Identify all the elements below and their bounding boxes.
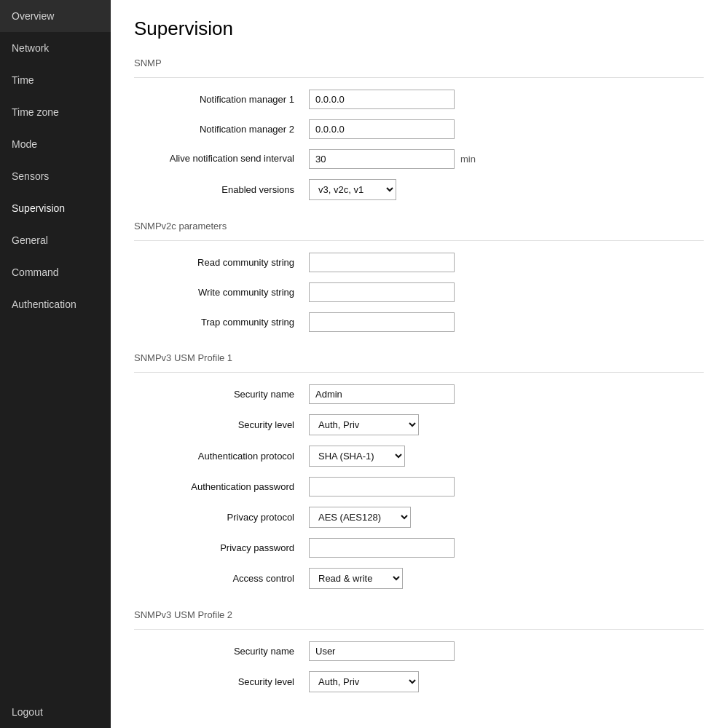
p1-access-control-select[interactable]: Read & write Read only	[309, 568, 403, 589]
snmpv2c-divider	[134, 240, 704, 241]
write-community-row: Write community string	[134, 282, 704, 302]
sidebar-item-command[interactable]: Command	[0, 256, 111, 288]
enabled-versions-select[interactable]: v3, v2c, v1 v3, v2c v3 v2c v1	[309, 179, 396, 200]
read-community-input[interactable]	[309, 253, 455, 272]
p1-security-level-row: Security level Auth, Priv Auth, No Priv …	[134, 414, 704, 435]
read-community-row: Read community string	[134, 253, 704, 272]
snmpv3-profile2-divider	[134, 629, 704, 630]
sidebar-item-general[interactable]: General	[0, 224, 111, 256]
p1-privacy-protocol-select[interactable]: AES (AES128) DES	[309, 507, 411, 528]
p1-security-level-label: Security level	[134, 419, 309, 430]
enabled-versions-label: Enabled versions	[134, 184, 309, 195]
snmp-section-label: SNMP	[134, 58, 704, 68]
p1-security-name-input[interactable]	[309, 384, 455, 404]
notification-manager-1-row: Notification manager 1	[134, 90, 704, 109]
sidebar-item-sensors[interactable]: Sensors	[0, 160, 111, 192]
snmpv3-profile1-divider	[134, 372, 704, 373]
sidebar-item-authentication[interactable]: Authentication	[0, 288, 111, 320]
p2-security-level-label: Security level	[134, 676, 309, 687]
p1-auth-protocol-select[interactable]: SHA (SHA-1) MD5	[309, 446, 405, 467]
p1-access-control-label: Access control	[134, 573, 309, 584]
snmpv3-profile1-section-label: SNMPv3 USM Profile 1	[134, 352, 704, 363]
trap-community-label: Trap community string	[134, 317, 309, 328]
p1-security-level-select[interactable]: Auth, Priv Auth, No Priv No Auth, No Pri…	[309, 414, 419, 435]
write-community-input[interactable]	[309, 282, 455, 302]
alive-interval-row: Alive notification send interval min	[134, 149, 704, 169]
snmpv2c-section-label: SNMPv2c parameters	[134, 221, 704, 232]
notification-manager-2-label: Notification manager 2	[134, 124, 309, 135]
p1-auth-password-row: Authentication password	[134, 477, 704, 496]
snmp-divider	[134, 77, 704, 78]
snmpv3-profile2-section-label: SNMPv3 USM Profile 2	[134, 609, 704, 620]
p2-security-name-label: Security name	[134, 646, 309, 657]
sidebar-item-timezone[interactable]: Time zone	[0, 96, 111, 128]
sidebar-item-mode[interactable]: Mode	[0, 128, 111, 160]
p1-privacy-protocol-row: Privacy protocol AES (AES128) DES	[134, 507, 704, 528]
notification-manager-2-row: Notification manager 2	[134, 119, 704, 139]
notification-manager-1-label: Notification manager 1	[134, 94, 309, 105]
p2-security-name-input[interactable]	[309, 641, 455, 661]
p1-privacy-protocol-label: Privacy protocol	[134, 512, 309, 523]
p1-privacy-password-input[interactable]	[309, 538, 455, 558]
read-community-label: Read community string	[134, 257, 309, 268]
trap-community-row: Trap community string	[134, 312, 704, 332]
p2-security-name-row: Security name	[134, 641, 704, 661]
trap-community-input[interactable]	[309, 312, 455, 332]
snmpv2c-section: SNMPv2c parameters Read community string…	[134, 221, 704, 332]
write-community-label: Write community string	[134, 287, 309, 298]
snmpv3-profile1-section: SNMPv3 USM Profile 1 Security name Secur…	[134, 352, 704, 589]
snmpv3-profile2-section: SNMPv3 USM Profile 2 Security name Secur…	[134, 609, 704, 692]
notification-manager-1-input[interactable]	[309, 90, 455, 109]
p1-security-name-row: Security name	[134, 384, 704, 404]
alive-interval-input[interactable]	[309, 149, 455, 169]
sidebar-item-supervision[interactable]: Supervision	[0, 192, 111, 224]
p1-privacy-password-label: Privacy password	[134, 542, 309, 553]
sidebar-item-time[interactable]: Time	[0, 64, 111, 96]
snmp-section: SNMP Notification manager 1 Notification…	[134, 58, 704, 200]
p1-auth-password-input[interactable]	[309, 477, 455, 496]
enabled-versions-row: Enabled versions v3, v2c, v1 v3, v2c v3 …	[134, 179, 704, 200]
main-content: Supervision SNMP Notification manager 1 …	[111, 0, 727, 728]
alive-interval-unit: min	[460, 154, 476, 165]
sidebar-item-network[interactable]: Network	[0, 32, 111, 64]
p1-privacy-password-row: Privacy password	[134, 538, 704, 558]
sidebar: Overview Network Time Time zone Mode Sen…	[0, 0, 111, 728]
sidebar-item-logout[interactable]: Logout	[0, 696, 111, 728]
p1-auth-protocol-row: Authentication protocol SHA (SHA-1) MD5	[134, 446, 704, 467]
p1-security-name-label: Security name	[134, 389, 309, 400]
p2-security-level-select[interactable]: Auth, Priv Auth, No Priv No Auth, No Pri…	[309, 671, 419, 692]
p2-security-level-row: Security level Auth, Priv Auth, No Priv …	[134, 671, 704, 692]
sidebar-item-overview[interactable]: Overview	[0, 0, 111, 32]
p1-auth-password-label: Authentication password	[134, 481, 309, 492]
page-title: Supervision	[134, 17, 704, 40]
notification-manager-2-input[interactable]	[309, 119, 455, 139]
p1-access-control-row: Access control Read & write Read only	[134, 568, 704, 589]
alive-interval-label: Alive notification send interval	[134, 153, 309, 165]
p1-auth-protocol-label: Authentication protocol	[134, 451, 309, 462]
